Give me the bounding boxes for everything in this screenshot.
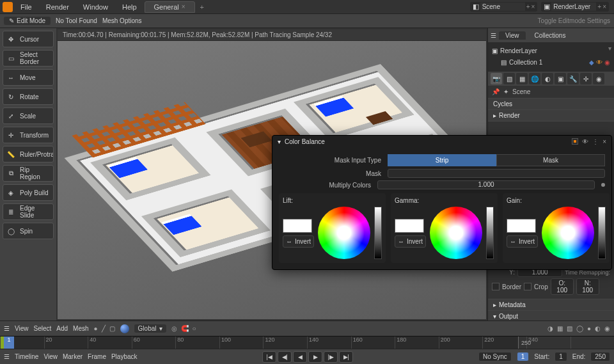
scene-name-field[interactable] bbox=[480, 3, 525, 11]
close-icon[interactable]: × bbox=[602, 3, 606, 10]
viewport-add-menu[interactable]: Add bbox=[56, 325, 68, 332]
gain-invert-button[interactable]: ↔Invert bbox=[507, 235, 538, 248]
scene-selector[interactable]: ◧ + × bbox=[470, 2, 538, 12]
lift-color-wheel[interactable] bbox=[318, 207, 370, 259]
close-icon[interactable]: × bbox=[531, 3, 535, 10]
editor-type-icon[interactable]: ☰ bbox=[491, 32, 496, 39]
eye-icon[interactable]: 👁 bbox=[582, 138, 588, 145]
face-select-icon[interactable]: ▢ bbox=[109, 325, 115, 332]
playback-view-menu[interactable]: View bbox=[43, 353, 58, 360]
menu-window[interactable]: Window bbox=[77, 2, 114, 12]
tool-transform[interactable]: ✛Transform bbox=[3, 127, 54, 143]
multiply-slider[interactable]: 1.000 bbox=[377, 180, 595, 189]
tool-rip-region[interactable]: ⧉Rip Region bbox=[3, 165, 54, 182]
orientation-dropdown[interactable]: Global ▾ bbox=[134, 324, 166, 333]
prop-tab-scene[interactable]: 🌐 bbox=[529, 73, 540, 84]
tool-rotate[interactable]: ↻Rotate bbox=[3, 88, 54, 105]
tool-scale[interactable]: ⤢Scale bbox=[3, 107, 54, 124]
toggle-settings-hint[interactable]: Toggle Editmode Settings bbox=[538, 17, 610, 24]
prop-tab-world[interactable]: ◐ bbox=[542, 73, 553, 84]
close-icon[interactable]: × bbox=[182, 3, 185, 10]
menu-help[interactable]: Help bbox=[116, 2, 143, 12]
viewport-view-menu[interactable]: View bbox=[15, 325, 29, 332]
more-icon[interactable]: ⋮ bbox=[592, 138, 599, 145]
xray-icon[interactable]: ▧ bbox=[567, 325, 572, 332]
gamma-value-slider[interactable] bbox=[486, 207, 494, 259]
mesh-options-dropdown[interactable]: Mesh Options bbox=[102, 17, 142, 24]
select-toggle-icon[interactable]: ◆ bbox=[589, 59, 594, 66]
filter-icon[interactable]: ▾ bbox=[608, 45, 611, 52]
playback-frame-menu[interactable]: Frame bbox=[88, 353, 106, 360]
remap-old-field[interactable]: O: 100 bbox=[551, 278, 574, 295]
play-button[interactable]: ▶ bbox=[308, 351, 322, 363]
keyframe-prev-button[interactable]: ◀| bbox=[278, 351, 292, 363]
engine-dropdown[interactable]: Cycles bbox=[488, 99, 614, 109]
outliner-row-renderlayer[interactable]: ▣ RenderLayer bbox=[492, 45, 610, 56]
mask-type-strip[interactable]: Strip bbox=[388, 154, 496, 166]
overlay-toggle-icon[interactable]: ◑ bbox=[547, 325, 553, 332]
prop-tab-object[interactable]: ▣ bbox=[555, 73, 566, 84]
metadata-section-header[interactable]: ▸ Metadata bbox=[488, 299, 614, 310]
mask-type-mask[interactable]: Mask bbox=[496, 154, 605, 166]
proportional-edit-icon[interactable]: ○ bbox=[193, 325, 196, 332]
renderlayer-selector[interactable]: ▣ + × bbox=[541, 2, 609, 12]
pivot-icon[interactable]: ◎ bbox=[171, 325, 177, 332]
tool-ruler[interactable]: 📏Ruler/Protrac... bbox=[3, 146, 54, 162]
overlay-icon[interactable]: ▦ bbox=[557, 325, 563, 332]
timeline[interactable]: 1 20406080100120140160180200220240 250 bbox=[0, 336, 614, 349]
add-icon[interactable]: + bbox=[526, 3, 530, 10]
add-workspace-button[interactable]: + bbox=[196, 2, 208, 12]
prop-tab-output[interactable]: ▧ bbox=[503, 73, 515, 84]
color-balance-panel[interactable]: ▾ Color Balance 👁 ⋮ × Mask Input Type St… bbox=[272, 135, 612, 270]
mode-dropdown[interactable]: ✎ Edit Mode bbox=[4, 17, 51, 25]
timeline-range-end[interactable] bbox=[518, 336, 614, 349]
gamma-invert-button[interactable]: ↔Invert bbox=[395, 235, 426, 248]
menu-file[interactable]: File bbox=[14, 2, 38, 12]
rendered-icon[interactable]: ◉ bbox=[604, 325, 610, 332]
border-checkbox[interactable] bbox=[492, 283, 500, 290]
lift-invert-button[interactable]: ↔Invert bbox=[283, 235, 314, 248]
prop-tab-modifier[interactable]: 🔧 bbox=[567, 73, 579, 84]
keyframe-next-button[interactable]: |▶ bbox=[324, 351, 338, 363]
editor-type-icon[interactable]: ☰ bbox=[4, 325, 10, 332]
playback-marker-menu[interactable]: Marker bbox=[63, 353, 83, 360]
outliner[interactable]: ▣ RenderLayer ▤ Collection 1 ◆ 👁 ◉ ▾ bbox=[488, 42, 614, 72]
editor-type-icon[interactable]: ☰ bbox=[4, 353, 10, 360]
sync-mode-dropdown[interactable]: No Sync bbox=[478, 352, 512, 361]
start-frame-field[interactable]: 1 bbox=[555, 352, 567, 361]
prop-tab-render[interactable]: 📷 bbox=[491, 73, 502, 84]
outliner-tab-view[interactable]: View bbox=[499, 31, 526, 40]
gamma-color-wheel[interactable] bbox=[430, 207, 482, 259]
edge-select-icon[interactable]: ╱ bbox=[102, 325, 106, 332]
prop-tab-view[interactable]: ▦ bbox=[516, 73, 528, 84]
tool-edge-slide[interactable]: ≣Edge Slide bbox=[3, 203, 54, 220]
gain-value-slider[interactable] bbox=[598, 207, 606, 259]
lift-swatch[interactable] bbox=[283, 219, 312, 233]
mask-field[interactable] bbox=[388, 169, 605, 178]
workspace-tab-general[interactable]: General × bbox=[145, 1, 195, 13]
lift-value-slider[interactable] bbox=[374, 207, 382, 259]
jump-end-button[interactable]: ▶| bbox=[339, 351, 353, 363]
tool-select-border[interactable]: ▭Select Border bbox=[3, 50, 54, 67]
add-icon[interactable]: + bbox=[597, 3, 601, 10]
playback-menu[interactable]: Playback bbox=[111, 353, 138, 360]
gain-swatch[interactable] bbox=[507, 219, 536, 233]
visibility-icon[interactable]: 👁 bbox=[596, 59, 602, 66]
gain-color-wheel[interactable] bbox=[542, 207, 594, 259]
output-section-header[interactable]: ▾ Output bbox=[488, 311, 614, 320]
prop-tab-particles[interactable]: ✢ bbox=[580, 73, 592, 84]
wireframe-icon[interactable]: ◯ bbox=[576, 325, 583, 332]
close-icon[interactable]: × bbox=[602, 138, 606, 145]
panel-enable-checkbox[interactable] bbox=[572, 138, 578, 145]
remap-new-field[interactable]: N: 100 bbox=[576, 278, 599, 295]
tool-spin[interactable]: ◯Spin bbox=[3, 223, 54, 239]
snap-icon[interactable]: 🧲 bbox=[181, 325, 189, 332]
crop-checkbox[interactable] bbox=[524, 283, 531, 290]
solid-icon[interactable]: ● bbox=[587, 325, 591, 332]
current-frame-field[interactable]: 1 bbox=[517, 352, 530, 361]
render-toggle-icon[interactable]: ◉ bbox=[604, 59, 610, 66]
tool-cursor[interactable]: ✥Cursor bbox=[3, 31, 54, 47]
render-section-header[interactable]: ▸ Render bbox=[488, 110, 614, 121]
gamma-swatch[interactable] bbox=[395, 219, 424, 233]
end-frame-field[interactable]: 250 bbox=[590, 352, 610, 361]
